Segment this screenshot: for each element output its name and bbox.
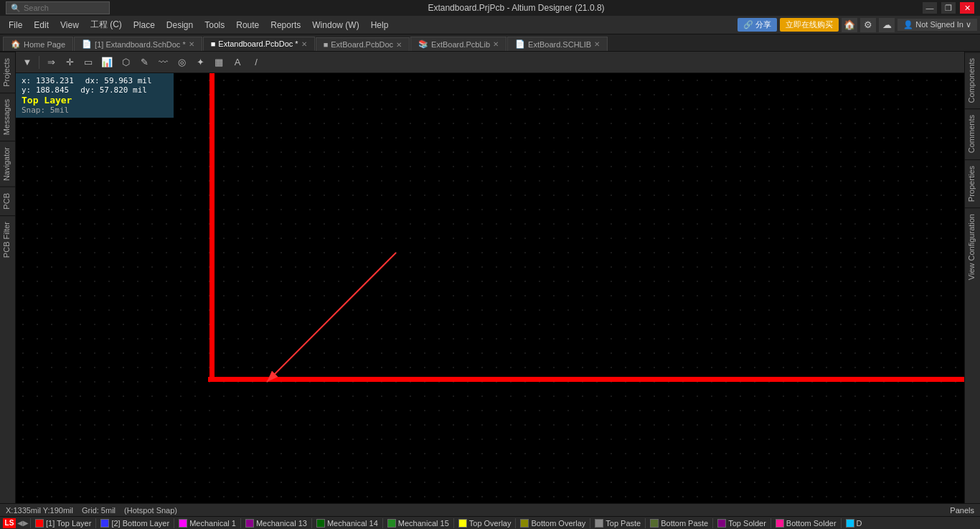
close-button[interactable]: ✕ xyxy=(960,2,974,14)
menu-file[interactable]: File xyxy=(3,18,28,32)
menu-right: 🔗 分享 立即在线购买 🏠 ⚙ ☁ 👤 Not Signed In ∨ xyxy=(738,18,977,32)
tab-pcbdoc[interactable]: ■ Extandboard.PcbDoc * ✕ xyxy=(203,37,315,51)
user-button[interactable]: 👤 Not Signed In ∨ xyxy=(897,19,977,31)
tab-extpcbdoc[interactable]: ■ ExtBoard.PcbDoc ✕ xyxy=(316,37,410,51)
panel-navigator[interactable]: Navigator xyxy=(0,141,15,187)
menu-design[interactable]: Design xyxy=(161,18,199,32)
layer-sep-12 xyxy=(841,518,842,528)
menu-reports[interactable]: Reports xyxy=(265,18,306,32)
tab-schdoc[interactable]: 📄 [1] Extandboard.SchDoc * ✕ xyxy=(74,37,202,51)
route-tool[interactable]: ⇒ xyxy=(42,55,60,70)
tab-schlib-close[interactable]: ✕ xyxy=(594,40,600,48)
layer-chip-mech1[interactable]: Mechanical 1 xyxy=(176,519,239,528)
panel-pcb-filter[interactable]: PCB Filter xyxy=(0,215,15,263)
tab-pcblib-label: ExtBoard.PcbLib xyxy=(431,40,490,49)
tab-extpcbdoc-label: ExtBoard.PcbDoc xyxy=(331,40,393,49)
layer-label-toplayer: [1] Top Layer xyxy=(46,519,91,528)
text-tool[interactable]: A xyxy=(229,55,246,70)
share-button[interactable]: 🔗 分享 xyxy=(738,18,777,32)
wave-tool[interactable]: 〰 xyxy=(154,55,171,70)
buy-button[interactable]: 立即在线购买 xyxy=(780,18,839,32)
layer-label-d: D xyxy=(857,519,862,528)
tab-pcblib[interactable]: 📚 ExtBoard.PcbLib ✕ xyxy=(410,37,507,51)
grid-tool[interactable]: ▦ xyxy=(210,55,227,70)
search-input[interactable] xyxy=(24,4,103,12)
tab-schdoc-close[interactable]: ✕ xyxy=(189,40,194,48)
layer-chip-toppaste[interactable]: Top Paste xyxy=(592,519,644,528)
menu-view[interactable]: View xyxy=(55,18,85,32)
layer-chip-d[interactable]: D xyxy=(843,519,865,528)
line-tool[interactable]: / xyxy=(248,55,265,70)
filter-dropdown-tool[interactable]: ▼ xyxy=(19,55,36,70)
svg-line-1 xyxy=(267,253,396,382)
panel-comments[interactable]: Comments xyxy=(965,108,980,159)
layer-chip-topoverlay[interactable]: Top Overlay xyxy=(456,519,514,528)
layer-sep-6 xyxy=(453,518,454,528)
layer-chip-botsolder[interactable]: Bottom Solder xyxy=(773,519,839,528)
layer-label-bottomlayer: [2] Bottom Layer xyxy=(111,519,169,528)
left-panels: Projects Messages Navigator PCB PCB Filt… xyxy=(0,52,16,503)
toolbar-sep-1 xyxy=(39,56,39,69)
cloud-icon-button[interactable]: ☁ xyxy=(879,18,895,32)
star-tool[interactable]: ✦ xyxy=(192,55,209,70)
tab-pcblib-icon: 📚 xyxy=(418,39,428,49)
layer-chip-mech15[interactable]: Mechanical 15 xyxy=(385,519,452,528)
layer-sep-2 xyxy=(174,518,174,528)
layer-chip-botpaste[interactable]: Bottom Paste xyxy=(647,519,711,528)
panels-button[interactable]: Panels xyxy=(950,506,974,515)
layer-chip-toplayer[interactable]: [1] Top Layer xyxy=(32,519,94,528)
panel-components[interactable]: Components xyxy=(965,52,980,108)
layer-next-arrow[interactable]: ▶ xyxy=(23,519,29,527)
menu-window[interactable]: Window (W) xyxy=(306,18,364,32)
layer-nav-arrows[interactable]: ◀ ▶ xyxy=(17,519,29,527)
edit-tool[interactable]: ✎ xyxy=(136,55,153,70)
tab-pcblib-close[interactable]: ✕ xyxy=(493,40,499,48)
minimize-button[interactable]: — xyxy=(923,2,937,14)
tab-pcbdoc-close[interactable]: ✕ xyxy=(301,40,307,48)
menu-tools[interactable]: Tools xyxy=(199,18,230,32)
add-tool[interactable]: ✛ xyxy=(61,55,78,70)
menu-edit[interactable]: Edit xyxy=(28,18,55,32)
tab-schdoc-icon: 📄 xyxy=(82,39,92,49)
right-panels: Components Comments Properties View Conf… xyxy=(964,52,980,503)
tab-bar: 🏠 Home Page 📄 [1] Extandboard.SchDoc * ✕… xyxy=(0,34,980,52)
panel-pcb[interactable]: PCB xyxy=(0,187,15,215)
layer-label-botsolder: Bottom Solder xyxy=(786,519,837,528)
layer-status-bar: LS ◀ ▶ [1] Top Layer [2] Bottom Layer Me… xyxy=(0,516,980,529)
hex-tool[interactable]: ⬡ xyxy=(117,55,134,70)
tab-schlib-label: ExtBoard.SCHLIB xyxy=(528,40,591,49)
rect-tool[interactable]: ▭ xyxy=(80,55,97,70)
layer-sep-5 xyxy=(382,518,383,528)
search-bar[interactable]: 🔍 xyxy=(6,1,110,14)
layer-chip-botoverlay[interactable]: Bottom Overlay xyxy=(517,519,588,528)
panel-properties[interactable]: Properties xyxy=(965,159,980,207)
chart-tool[interactable]: 📊 xyxy=(98,55,116,70)
menu-project[interactable]: 工程 (C) xyxy=(85,17,128,33)
layer-label-mech13: Mechanical 13 xyxy=(256,519,307,528)
menu-bar: File Edit View 工程 (C) Place Design Tools… xyxy=(0,16,980,34)
tab-home-icon: 🏠 xyxy=(11,39,21,49)
home-icon-button[interactable]: 🏠 xyxy=(842,18,857,32)
panel-projects[interactable]: Projects xyxy=(0,52,15,93)
pcb-border-vertical xyxy=(209,73,215,382)
settings-icon-button[interactable]: ⚙ xyxy=(860,18,876,32)
layer-prev-arrow[interactable]: ◀ xyxy=(17,519,23,527)
menu-help[interactable]: Help xyxy=(365,18,395,32)
canvas-area[interactable] xyxy=(16,73,964,503)
tab-extpcbdoc-close[interactable]: ✕ xyxy=(396,41,402,49)
menu-route[interactable]: Route xyxy=(230,18,265,32)
menu-place[interactable]: Place xyxy=(128,18,161,32)
via-tool[interactable]: ◎ xyxy=(173,55,190,70)
position-display: X:1335mil Y:190mil xyxy=(6,506,73,515)
layer-color-toppaste xyxy=(595,519,603,528)
panel-messages[interactable]: Messages xyxy=(0,93,15,141)
layer-chip-topsolder[interactable]: Top Solder xyxy=(715,519,769,528)
layer-chip-bottomlayer[interactable]: [2] Bottom Layer xyxy=(98,519,172,528)
tab-home[interactable]: 🏠 Home Page xyxy=(3,37,73,51)
panel-view-config[interactable]: View Configuration xyxy=(965,207,980,286)
layer-chip-mech14[interactable]: Mechanical 14 xyxy=(314,519,381,528)
maximize-button[interactable]: ❐ xyxy=(941,2,956,14)
layer-chip-mech13[interactable]: Mechanical 13 xyxy=(242,519,310,528)
tab-schlib[interactable]: 📄 ExtBoard.SCHLIB ✕ xyxy=(507,37,608,51)
layer-color-mech1 xyxy=(179,519,187,528)
